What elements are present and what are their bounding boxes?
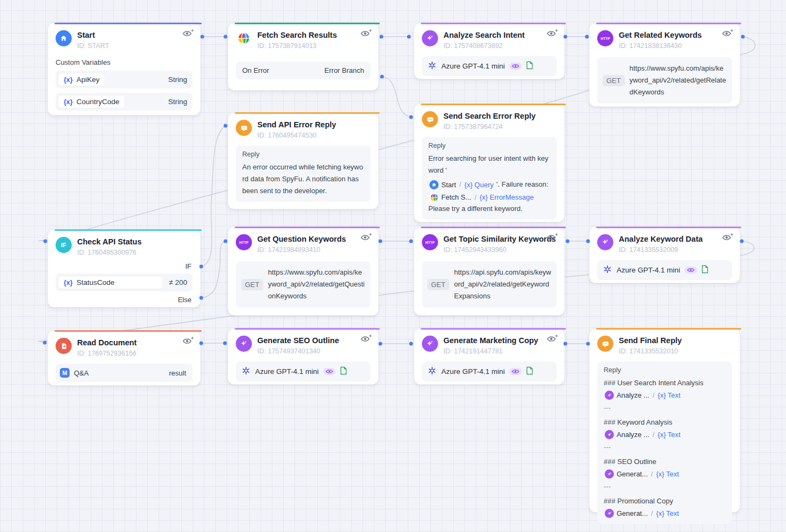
- home-icon: [56, 30, 72, 46]
- sparkle-icon: [605, 391, 614, 400]
- method-badge: GET: [427, 279, 449, 290]
- variable-chip[interactable]: Analyze ... / {x} Text: [605, 430, 680, 439]
- model-row: Azure GPT-4.1 mini: [597, 260, 732, 280]
- variable-chip[interactable]: Fetch S... / {x} ErrorMessage: [429, 193, 534, 202]
- node-id: ID: 1760495300976: [77, 248, 142, 257]
- request-url: https://www.spyfu.com/apis/keyword_api/v…: [268, 267, 365, 302]
- port[interactable]: [409, 342, 413, 346]
- ref-var-name: {x} Text: [656, 509, 679, 517]
- chat-icon: [422, 111, 438, 127]
- preview-eye-icon[interactable]: [722, 29, 733, 39]
- node-send-final-reply[interactable]: Send Final Reply ID: 1741335532010 Reply…: [589, 328, 740, 513]
- preview-eye-icon[interactable]: [182, 29, 194, 39]
- preview-eye-icon[interactable]: [546, 29, 558, 39]
- preview-eye-icon[interactable]: [546, 334, 558, 345]
- node-get-question-keywords[interactable]: HTTP Get Question Keywords ID: 174219848…: [228, 227, 379, 316]
- node-id: ID: 17421838136430: [619, 42, 702, 51]
- preview-eye-icon[interactable]: [360, 334, 372, 345]
- model-name: Azure GPT-4.1 mini: [441, 367, 505, 376]
- variable-row[interactable]: {x}CountryCode String: [56, 93, 193, 111]
- ref-var-name: {x} Query: [464, 181, 494, 189]
- preview-eye-icon[interactable]: [546, 233, 558, 243]
- globe-icon: [429, 193, 439, 202]
- preview-eye-icon[interactable]: [182, 336, 194, 347]
- node-read-document[interactable]: Read Document ID: 1769752936156 M Q&A re…: [47, 330, 201, 386]
- model-doc-icon[interactable]: [526, 61, 533, 71]
- node-analyze-keyword-data[interactable]: Analyze Keyword Data ID: 1741335532009 A…: [589, 227, 740, 283]
- node-get-related-keywords[interactable]: HTTP Get Related Keywords ID: 1742183813…: [589, 23, 740, 107]
- port[interactable]: [585, 35, 589, 39]
- port[interactable]: [409, 240, 413, 243]
- node-send-api-error-reply[interactable]: Send API Error Reply ID: 1760495474530 R…: [228, 112, 379, 209]
- node-title: Send API Error Reply: [257, 120, 336, 130]
- preview-eye-icon[interactable]: [360, 233, 372, 243]
- port[interactable]: [407, 35, 411, 39]
- chat-icon: [597, 336, 613, 352]
- port[interactable]: [409, 115, 413, 119]
- reply-label: Reply: [604, 366, 726, 374]
- custom-variables-label: Custom Variables: [56, 58, 193, 66]
- node-generate-marketing-copy[interactable]: Generate Marketing Copy ID: 174219144778…: [414, 328, 565, 385]
- doc-name: Q&A: [74, 369, 88, 377]
- port[interactable]: [224, 35, 228, 39]
- port[interactable]: [741, 35, 745, 39]
- document-row[interactable]: M Q&A result: [56, 364, 193, 382]
- markdown-doc-icon: M: [60, 368, 70, 378]
- node-send-search-error-reply[interactable]: Send Search Error Reply ID: 175738796472…: [414, 104, 565, 222]
- port[interactable]: [380, 35, 384, 39]
- variable-chip[interactable]: Start / {x} Query: [429, 180, 494, 189]
- port[interactable]: [379, 342, 382, 346]
- model-eye-icon[interactable]: [323, 368, 336, 375]
- md-heading: ### Keyword Analysis: [604, 417, 726, 428]
- preview-eye-icon[interactable]: [360, 29, 372, 39]
- ref-var-name: {x} Text: [658, 431, 680, 439]
- model-eye-icon[interactable]: [685, 267, 697, 274]
- node-title: Send Search Error Reply: [443, 111, 536, 121]
- sparkle-icon: [605, 509, 614, 518]
- port[interactable]: [379, 240, 382, 243]
- node-start[interactable]: Start ID: START Custom Variables {x}ApiK…: [47, 23, 201, 115]
- variable-row[interactable]: {x}ApiKey String: [56, 71, 193, 88]
- http-request-row: GET https://www.spyfu.com/apis/keyword_a…: [597, 57, 732, 104]
- port[interactable]: [223, 342, 227, 345]
- model-doc-icon[interactable]: [526, 366, 533, 377]
- node-id: ID: 17574937401340: [257, 347, 339, 356]
- ref-node-name: Fetch S...: [441, 193, 471, 201]
- model-doc-icon[interactable]: [701, 265, 708, 275]
- node-fetch-search-results[interactable]: Fetch Search Results ID: 1757387914013 O…: [228, 23, 379, 91]
- model-doc-icon[interactable]: [340, 366, 347, 377]
- variable-chip[interactable]: Generat... / {x} Text: [605, 509, 679, 518]
- condition-row[interactable]: {x}StatusCode ≠ 200: [56, 274, 193, 291]
- model-eye-icon[interactable]: [509, 368, 522, 375]
- variable-chip[interactable]: Generat... / {x} Text: [605, 469, 679, 479]
- variable-chip[interactable]: Analyze ... / {x} Text: [605, 391, 680, 400]
- port[interactable]: [740, 240, 744, 243]
- node-title: Check API Status: [77, 237, 142, 247]
- port[interactable]: [224, 240, 228, 243]
- home-icon: [429, 180, 439, 189]
- sparkle-icon: [236, 336, 252, 352]
- reply-box: Reply An error occurred while fetching k…: [236, 146, 371, 202]
- port[interactable]: [44, 240, 47, 243]
- node-get-topic-similarity-keywords[interactable]: HTTP Get Topic Similarity Keywords ID: 1…: [414, 227, 565, 316]
- http-icon: HTTP: [597, 30, 613, 46]
- ref-var-name: {x} Text: [656, 470, 679, 478]
- port[interactable]: [201, 35, 204, 39]
- port[interactable]: [380, 75, 384, 79]
- error-branch-label: Error Branch: [324, 66, 364, 74]
- port[interactable]: [224, 124, 228, 128]
- port[interactable]: [566, 240, 570, 243]
- node-id: ID: 1757387914013: [257, 42, 337, 51]
- var-name: CountryCode: [77, 98, 120, 106]
- port[interactable]: [43, 341, 47, 345]
- reply-text-mid: '. Failure reason:: [496, 179, 548, 190]
- model-name: Azure GPT-4.1 mini: [441, 62, 505, 70]
- md-heading: ### SEO Outline: [604, 456, 726, 467]
- model-eye-icon[interactable]: [509, 63, 522, 70]
- preview-eye-icon[interactable]: [722, 233, 733, 243]
- node-generate-seo-outline[interactable]: Generate SEO Outline ID: 17574937401340 …: [228, 328, 379, 385]
- read-document-icon: [56, 338, 72, 354]
- node-analyze-search-intent[interactable]: Analyze Search Intent ID: 1757408673892 …: [414, 23, 565, 79]
- node-id: ID: 17421984893410: [257, 245, 346, 255]
- node-check-api-status[interactable]: IF Check API Status ID: 1760495300976 IF…: [47, 229, 201, 308]
